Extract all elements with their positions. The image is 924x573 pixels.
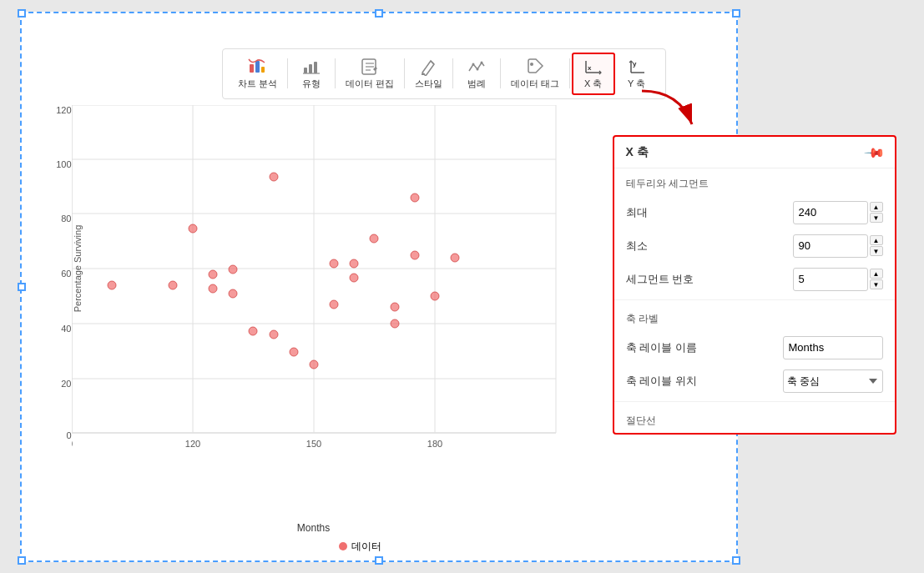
panel-input-segment[interactable] <box>793 268 868 291</box>
panel-input-group-max: ▲ ▼ <box>793 201 883 224</box>
svg-text:180: 180 <box>427 439 442 449</box>
legend-label: 데이터 <box>351 540 381 554</box>
svg-point-49 <box>310 360 318 369</box>
svg-point-55 <box>391 303 399 311</box>
panel-section-cutline: 절단선 <box>614 405 895 433</box>
handle-bm[interactable] <box>375 556 383 565</box>
panel-label-segment: 세그먼트 번호 <box>626 272 694 287</box>
svg-point-48 <box>290 348 298 356</box>
toolbar-label-legend: 범례 <box>467 78 486 90</box>
spin-buttons-max: ▲ ▼ <box>870 202 883 223</box>
panel-row-max: 최대 ▲ ▼ <box>614 196 895 229</box>
toolbar-item-style[interactable]: 스타일 <box>406 54 451 93</box>
y-tick-60: 60 <box>61 269 71 279</box>
spin-buttons-segment: ▲ ▼ <box>870 269 883 289</box>
handle-lm[interactable] <box>18 283 26 291</box>
y-tick-80: 80 <box>61 214 71 224</box>
svg-rect-3 <box>304 68 307 73</box>
spin-down-max[interactable]: ▼ <box>870 213 883 223</box>
svg-point-51 <box>330 300 338 309</box>
panel-divider-2 <box>614 401 895 402</box>
toolbar-item-x-axis[interactable]: x X 축 <box>572 53 615 95</box>
spin-up-segment[interactable]: ▲ <box>870 269 883 279</box>
style-icon <box>419 58 437 76</box>
y-tick-40: 40 <box>61 324 71 334</box>
panel-title: X 축 <box>626 145 649 160</box>
chart-toolbar: 차트 분석 유형 <box>222 48 666 99</box>
divider-6 <box>569 58 570 88</box>
handle-tm[interactable] <box>375 9 383 18</box>
handle-tl[interactable] <box>18 9 26 18</box>
svg-point-59 <box>431 292 439 300</box>
panel-divider-1 <box>614 299 895 300</box>
svg-point-13 <box>476 68 478 70</box>
panel-section-border: 테두리와 세그먼트 <box>614 168 895 196</box>
type-icon <box>302 58 321 76</box>
svg-rect-5 <box>314 62 317 73</box>
pin-icon[interactable]: 📌 <box>863 141 886 164</box>
svg-point-38 <box>108 281 116 289</box>
svg-point-46 <box>270 330 278 339</box>
toolbar-item-data-tag[interactable]: 데이터 태그 <box>502 54 568 93</box>
spin-up-min[interactable]: ▲ <box>870 235 883 245</box>
main-container: 차트 분석 유형 <box>20 12 905 562</box>
toolbar-item-data-edit[interactable]: 데이터 편집 <box>337 54 402 93</box>
chart-legend: 데이터 <box>339 540 381 554</box>
panel-row-min: 최소 ▲ ▼ <box>614 229 895 263</box>
panel-input-axis-name[interactable] <box>783 336 883 359</box>
svg-point-58 <box>411 194 419 202</box>
panel-row-axis-pos: 축 레이블 위치 축 중심 왼쪽 오른쪽 <box>614 364 895 398</box>
data-edit-icon <box>361 58 379 76</box>
y-tick-100: 100 <box>56 159 71 169</box>
spin-up-max[interactable]: ▲ <box>870 202 883 212</box>
svg-point-15 <box>530 63 533 66</box>
legend-dot <box>339 542 347 550</box>
toolbar-item-legend[interactable]: 범례 <box>455 54 498 93</box>
svg-point-57 <box>411 251 419 259</box>
y-axis-ticks: 120 100 80 60 40 20 0 <box>55 105 72 514</box>
panel-row-segment: 세그먼트 번호 ▲ ▼ <box>614 263 895 296</box>
panel-input-max[interactable] <box>793 201 868 224</box>
divider-5 <box>500 58 501 88</box>
toolbar-item-chart-analysis[interactable]: 차트 분석 <box>230 54 285 93</box>
divider-3 <box>404 58 405 88</box>
x-axis-icon: x <box>584 58 603 76</box>
legend-icon <box>467 58 486 76</box>
svg-point-12 <box>472 63 474 65</box>
svg-rect-0 <box>250 64 254 73</box>
toolbar-label-style: 스타일 <box>415 78 442 90</box>
svg-point-54 <box>370 234 378 243</box>
panel-input-group-min: ▲ ▼ <box>793 234 883 258</box>
divider-1 <box>287 58 288 88</box>
panel-label-min: 최소 <box>626 239 648 254</box>
svg-text:120: 120 <box>184 439 199 449</box>
panel-label-axis-name: 축 레이블 이름 <box>626 340 697 355</box>
svg-point-60 <box>451 254 459 262</box>
panel-section-axis-label: 축 라벨 <box>614 304 895 331</box>
handle-bl[interactable] <box>18 556 26 565</box>
handle-br[interactable] <box>732 556 740 565</box>
spin-down-segment[interactable]: ▼ <box>870 279 883 289</box>
handle-tr[interactable] <box>732 9 740 18</box>
toolbar-item-type[interactable]: 유형 <box>290 54 333 93</box>
divider-2 <box>335 58 336 88</box>
toolbar-label-data-tag: 데이터 태그 <box>511 78 559 90</box>
toolbar-label-chart-analysis: 차트 분석 <box>238 78 277 90</box>
divider-4 <box>452 58 453 88</box>
y-tick-120: 120 <box>56 105 71 115</box>
panel-select-axis-pos[interactable]: 축 중심 왼쪽 오른쪽 <box>783 369 883 393</box>
chart-analysis-icon <box>248 58 266 76</box>
toolbar-label-data-edit: 데이터 편집 <box>346 78 394 90</box>
svg-point-56 <box>391 319 399 328</box>
spin-down-min[interactable]: ▼ <box>870 246 883 256</box>
right-panel: X 축 📌 테두리와 세그먼트 최대 ▲ ▼ 최소 ▲ ▼ <box>613 135 896 435</box>
toolbar-label-type: 유형 <box>302 78 321 90</box>
panel-input-min[interactable] <box>793 234 868 258</box>
svg-text:x: x <box>588 64 592 72</box>
svg-rect-1 <box>255 61 260 73</box>
panel-row-axis-name: 축 레이블 이름 <box>614 331 895 364</box>
svg-point-14 <box>480 61 482 63</box>
spin-buttons-min: ▲ ▼ <box>870 235 883 256</box>
svg-point-39 <box>169 281 177 289</box>
svg-point-52 <box>350 259 358 268</box>
